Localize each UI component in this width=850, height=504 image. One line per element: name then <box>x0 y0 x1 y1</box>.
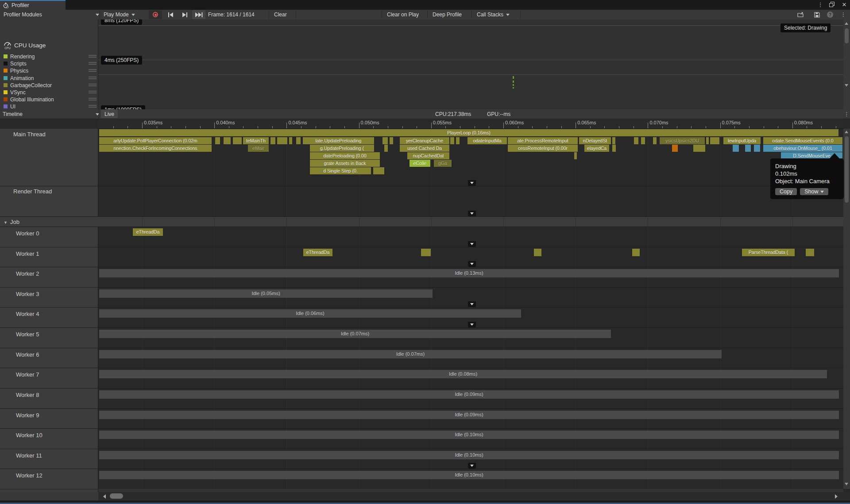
thread-label-worker-4[interactable]: Worker 4 <box>16 311 39 317</box>
idle-bar[interactable]: Idle (0.05ms) <box>99 289 433 298</box>
record-button[interactable] <box>149 10 162 19</box>
sample-bar[interactable] <box>390 137 393 144</box>
legend-item-garbagecollector[interactable]: GarbageCollector <box>0 82 98 89</box>
sample-bar[interactable]: grate Assets in Back <box>310 160 380 167</box>
sample-bar[interactable] <box>632 249 640 256</box>
chart-scrollbar[interactable] <box>843 19 850 109</box>
help-button[interactable]: ? <box>824 10 836 19</box>
save-profile-button[interactable] <box>810 10 823 19</box>
sample-bar[interactable]: eColle <box>410 160 430 167</box>
thread-label-worker-6[interactable]: Worker 6 <box>16 351 39 358</box>
collapsed-flow-marker-icon[interactable] <box>468 241 476 247</box>
sample-bar[interactable]: datePreloading (0.00 <box>310 152 380 159</box>
sample-bar[interactable] <box>421 249 431 256</box>
sample-bar[interactable]: PlayerLoop (0.16ms) <box>99 129 838 136</box>
sample-bar[interactable]: nDelayedSt <box>579 137 611 144</box>
drag-handle-icon[interactable] <box>89 91 97 92</box>
sample-bar[interactable] <box>450 137 454 144</box>
timeline-menu-button[interactable]: ⋮ <box>843 109 850 119</box>
sample-bar[interactable] <box>745 145 751 152</box>
sample-bar[interactable]: teMainTh <box>243 137 269 144</box>
toolbar-menu-button[interactable]: ⋮ <box>839 10 847 19</box>
timeline-view-dropdown[interactable]: Timeline <box>3 109 23 119</box>
sample-bar[interactable]: eThreadDa <box>133 228 163 236</box>
timeline-ruler[interactable]: 0.035ms0.040ms0.045ms0.050ms0.055ms0.060… <box>98 119 843 129</box>
sample-bar[interactable] <box>574 152 577 159</box>
sample-bar[interactable] <box>270 137 275 144</box>
legend-item-physics[interactable]: Physics <box>0 67 98 74</box>
sample-bar[interactable] <box>672 145 678 152</box>
thread-label-worker-7[interactable]: Worker 7 <box>16 371 39 378</box>
horizontal-scrollbar[interactable] <box>0 492 850 500</box>
thread-label-worker-11[interactable]: Worker 11 <box>16 452 42 459</box>
deep-profile-toggle[interactable]: Deep Profile <box>433 10 462 19</box>
module-title[interactable]: CPU Usage <box>14 42 46 49</box>
drag-handle-icon[interactable] <box>89 100 97 100</box>
drag-handle-icon[interactable] <box>89 55 97 56</box>
sample-bar[interactable]: nnection.CheckForIncomingConnections <box>99 145 212 152</box>
call-stacks-dropdown[interactable]: Call Stacks <box>477 10 510 19</box>
sample-bar[interactable] <box>710 137 719 144</box>
show-dropdown-button[interactable]: Show <box>800 188 828 195</box>
thread-label-worker-12[interactable]: Worker 12 <box>16 472 42 479</box>
idle-bar[interactable]: Idle (0.10ms) <box>99 471 839 479</box>
sample-bar[interactable] <box>534 249 541 256</box>
sample-bar[interactable]: ate.ProcessRemoteInput <box>508 137 578 144</box>
hscroll-thumb[interactable] <box>110 493 123 499</box>
drag-handle-icon[interactable] <box>89 107 97 108</box>
thread-label-worker-9[interactable]: Worker 9 <box>16 412 39 419</box>
sample-bar[interactable] <box>296 137 301 144</box>
legend-item-vsync[interactable]: VSync <box>0 89 98 96</box>
sample-bar[interactable] <box>612 137 615 144</box>
idle-bar[interactable]: Idle (0.07ms) <box>99 350 722 358</box>
drag-handle-icon[interactable] <box>89 84 97 85</box>
drag-handle-icon[interactable] <box>89 105 97 106</box>
job-group-header[interactable]: ▼Job <box>4 219 19 225</box>
idle-bar[interactable]: Idle (0.10ms) <box>99 431 839 439</box>
tab-profiler[interactable]: Profiler <box>0 0 66 10</box>
sample-bar[interactable]: eMair <box>248 145 269 152</box>
prev-frame-button[interactable] <box>165 10 176 19</box>
collapsed-flow-marker-icon[interactable] <box>468 180 476 186</box>
sample-bar[interactable]: late.UpdatePreloading <box>303 137 374 144</box>
legend-item-scripts[interactable]: Scripts <box>0 60 98 67</box>
collapsed-flow-marker-icon[interactable] <box>468 211 476 216</box>
idle-bar[interactable]: Idle (0.09ms) <box>99 411 839 419</box>
thread-label-worker-3[interactable]: Worker 3 <box>16 291 39 297</box>
sample-bar[interactable]: odate.SendMouseEvents (0.0 <box>763 137 842 144</box>
close-icon[interactable]: ✕ <box>840 1 848 8</box>
thread-label-worker-8[interactable]: Worker 8 <box>16 392 39 398</box>
sample-bar[interactable] <box>634 137 638 144</box>
maximize-icon[interactable] <box>828 2 836 9</box>
thread-label-worker-2[interactable]: Worker 2 <box>16 270 39 277</box>
sample-bar[interactable]: lewInputUpda <box>723 137 761 144</box>
sample-bar[interactable] <box>612 145 616 152</box>
scroll-up-icon[interactable] <box>845 22 848 25</box>
legend-item-rendering[interactable]: Rendering <box>0 53 98 60</box>
idle-bar[interactable]: Idle (0.10ms) <box>99 451 839 459</box>
copy-button[interactable]: Copy <box>775 188 797 195</box>
sample-bar[interactable] <box>641 137 645 144</box>
load-profile-button[interactable] <box>794 10 808 19</box>
drag-handle-icon[interactable] <box>89 92 97 93</box>
sample-bar[interactable] <box>289 137 292 144</box>
sample-bar[interactable]: ysicsUpsics2DU <box>660 137 705 144</box>
drag-handle-icon[interactable] <box>89 78 97 79</box>
sample-bar[interactable]: gGa <box>434 160 452 167</box>
idle-bar[interactable]: Idle (0.06ms) <box>99 309 521 318</box>
drag-handle-icon[interactable] <box>89 77 97 77</box>
sample-bar[interactable] <box>706 137 709 144</box>
drag-handle-icon[interactable] <box>89 71 97 72</box>
thread-label-worker-10[interactable]: Worker 10 <box>16 432 42 439</box>
live-toggle[interactable]: Live <box>101 110 118 118</box>
sample-bar[interactable]: nupCachedDat <box>407 152 449 159</box>
sample-bar[interactable]: used Cached Da <box>400 145 449 152</box>
sample-bar[interactable]: eThreadDa <box>303 249 332 256</box>
idle-bar[interactable]: Idle (0.07ms) <box>99 330 611 338</box>
sample-bar[interactable] <box>373 167 384 174</box>
sample-bar[interactable]: odateInputMa <box>468 137 507 144</box>
legend-item-global-illumination[interactable]: Global Illumination <box>0 96 98 103</box>
collapsed-flow-marker-icon[interactable] <box>468 463 476 469</box>
timeline-scroll-thumb[interactable] <box>845 136 849 203</box>
sample-bar[interactable]: arlyUpdate.PollPlayerConnection (0.02m <box>99 137 212 144</box>
